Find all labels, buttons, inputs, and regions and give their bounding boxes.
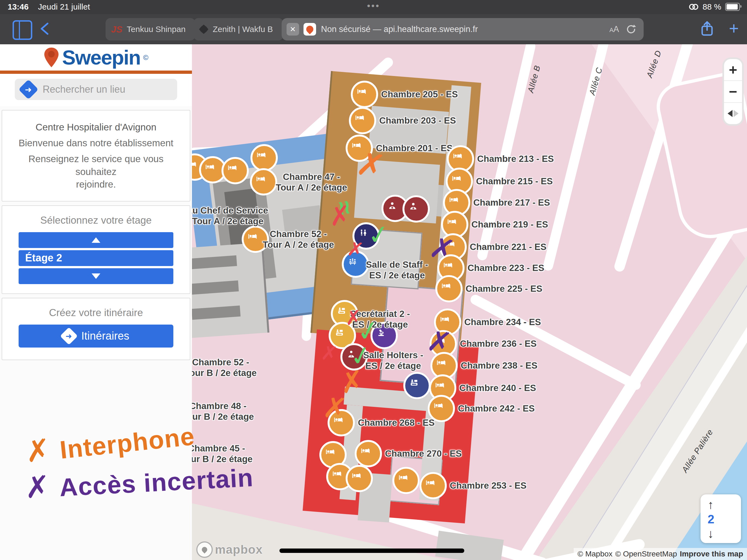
home-indicator[interactable] <box>279 549 464 553</box>
reload-icon[interactable] <box>626 24 637 35</box>
improve-map-link[interactable]: Improve this map <box>680 550 743 558</box>
directions-diamond-icon: ➜ <box>60 327 78 345</box>
bed-marker[interactable] <box>251 144 278 172</box>
bed-icon <box>452 174 466 188</box>
floor-down-arrow[interactable]: ↓ <box>707 527 741 540</box>
bed-marker[interactable]: Chambre 253 - ES <box>419 472 447 499</box>
accent-divider <box>0 71 192 74</box>
nurse-marker[interactable] <box>403 195 430 223</box>
secretariat-icon <box>335 328 350 342</box>
room-label: Chambre 240 - ES <box>459 383 536 393</box>
sidebar-toggle-icon[interactable] <box>12 20 32 40</box>
address-bar[interactable]: ✕ Non sécurisé — api.healthcare.sweepin.… <box>282 18 644 41</box>
ipad-screen: 13:46 Jeudi 21 juillet ••• 88 % JS Tenku… <box>0 0 747 560</box>
search-input[interactable] <box>35 84 177 95</box>
bed-marker[interactable] <box>345 465 373 492</box>
tab-favicon-emblem <box>199 25 208 34</box>
map-zoom-control[interactable]: + − <box>722 57 744 126</box>
bed-marker[interactable]: Chambre 225 - ES <box>435 275 463 302</box>
welcome-card: Centre Hospitalier d'Avignon Bienvenue d… <box>2 110 190 202</box>
bed-marker[interactable]: Chambre 268 - ES <box>328 409 355 436</box>
floor-up-button[interactable] <box>19 232 173 248</box>
nurse-icon <box>388 201 402 215</box>
welcome-line: Bienvenue dans notre établissement <box>7 137 185 149</box>
zoom-in-button[interactable]: + <box>724 59 742 81</box>
room-label: Chambre 270 - ES <box>385 449 462 459</box>
room-label: Chambre 203 - ES <box>379 116 456 126</box>
welcome-line: Renseignez le service que vous souhaitez <box>7 153 185 178</box>
floor-control[interactable]: ↑ 2 ↓ <box>700 494 741 543</box>
bed-icon <box>437 358 451 373</box>
floor-selector-title: Sélectionnez votre étage <box>7 215 185 226</box>
bed-icon <box>426 478 440 493</box>
microscope-icon <box>377 328 391 342</box>
address-url[interactable]: Non sécurisé — api.healthcare.sweepin.fr <box>321 24 610 34</box>
browser-tab-tenkuu[interactable]: JS Tenkuu Shinpan <box>106 18 195 41</box>
close-tab-icon[interactable]: ✕ <box>287 23 299 35</box>
new-tab-icon[interactable]: + <box>729 20 739 36</box>
floor-down-button[interactable] <box>19 268 173 284</box>
logo-text: Sweepin <box>62 46 140 69</box>
bed-marker[interactable]: Chambre 203 - ES <box>349 107 376 134</box>
room-label: Chambre 213 - ES <box>477 154 554 164</box>
bed-icon <box>398 473 413 487</box>
bed-marker[interactable]: Chambre 270 - ES <box>355 440 382 467</box>
wc-marker[interactable] <box>353 222 380 250</box>
back-chevron-icon[interactable] <box>39 22 50 35</box>
bed-icon <box>228 163 242 178</box>
directions-diamond-icon: ➜ <box>18 79 38 100</box>
room-label: Chambre 268 - ES <box>358 417 435 428</box>
bed-marker[interactable] <box>222 157 249 184</box>
room-label: Chambre 219 - ES <box>471 219 548 230</box>
floor-number: 2 <box>707 511 741 527</box>
triangle-up-icon <box>92 237 100 243</box>
mapbox-logo[interactable]: mapbox <box>196 541 263 558</box>
bed-icon <box>352 141 366 155</box>
bed-icon <box>449 195 464 210</box>
reception-marker[interactable] <box>403 372 431 399</box>
room-label: Chambre 221 - ES <box>470 242 547 252</box>
room-label: Chambre 48 - Tour B / 2e étage <box>192 401 254 422</box>
status-bar: 13:46 Jeudi 21 juillet ••• 88 % <box>0 0 747 14</box>
itineraries-button[interactable]: ➜ Itinéraires <box>19 325 173 348</box>
map-pin-icon <box>44 47 59 68</box>
staff-marker[interactable] <box>342 251 369 278</box>
osm-attribution-link[interactable]: © OpenStreetMap <box>615 550 677 558</box>
compass-button[interactable] <box>724 103 742 124</box>
safari-toolbar: JS Tenkuu Shinpan Zenith | Wakfu B ✕ Non… <box>0 14 747 44</box>
sweepin-logo: Sweepin © <box>0 44 192 71</box>
clock: 13:46 <box>8 2 29 11</box>
welcome-line: rejoindre. <box>7 178 185 190</box>
bed-icon <box>443 261 458 275</box>
doctor-icon <box>347 350 361 364</box>
bed-icon <box>435 381 450 395</box>
bed-icon <box>256 175 271 189</box>
battery-icon <box>725 3 740 11</box>
tab-title: Zenith | Wakfu B <box>213 25 273 34</box>
room-label: Chambre 225 - ES <box>466 284 542 294</box>
bed-marker[interactable]: Chambre 205 - ES <box>351 81 378 108</box>
nurse-icon <box>409 202 423 216</box>
room-label: Chambre 201 - ES <box>376 143 453 153</box>
tab-title: Tenkuu Shinpan <box>127 25 186 34</box>
bed-marker[interactable] <box>392 467 420 494</box>
wc-icon <box>359 229 373 243</box>
tab-favicon-js: JS <box>111 24 123 35</box>
mapbox-attribution-link[interactable]: © Mapbox <box>577 550 613 558</box>
room-label: Chambre 52 - Tour A / 2e étage <box>262 229 334 250</box>
indoor-map[interactable]: Allée BAllée CAllée DAllée Palière Chamb… <box>192 44 747 560</box>
floor-up-arrow[interactable]: ↑ <box>707 498 741 511</box>
bed-marker[interactable] <box>250 168 277 196</box>
search-box[interactable]: ➜ <box>15 79 177 100</box>
zoom-out-button[interactable]: − <box>724 81 742 103</box>
browser-tab-zenith[interactable]: Zenith | Wakfu B <box>194 18 283 41</box>
room-label: Salle de Staff - ES / 2e étage <box>366 259 428 281</box>
bed-icon <box>447 217 462 232</box>
room-label: Chambre 205 - ES <box>381 89 458 100</box>
bed-icon <box>453 152 468 166</box>
current-floor-button[interactable]: Étage 2 <box>19 250 173 266</box>
bed-marker[interactable]: Chambre 201 - ES <box>345 134 373 162</box>
text-size-button[interactable]: AA <box>610 24 619 34</box>
room-label: Chambre 47 - Tour A / 2e étage <box>276 172 347 193</box>
share-icon[interactable] <box>700 21 714 36</box>
